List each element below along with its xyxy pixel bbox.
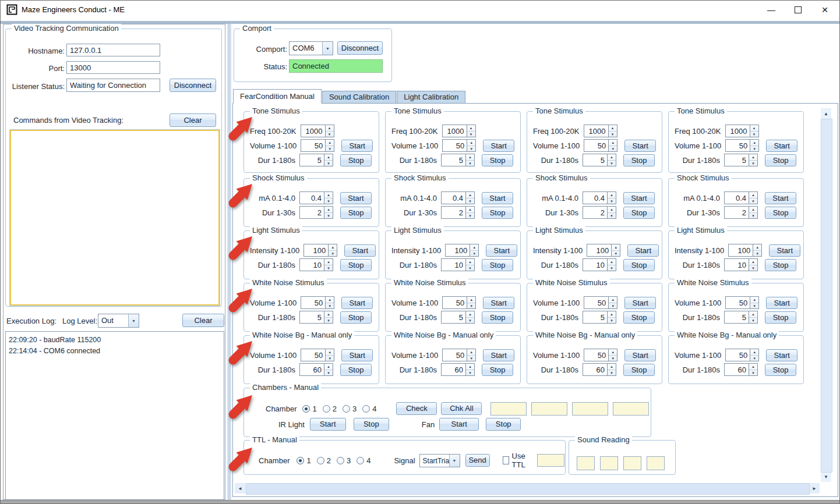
start-button[interactable]: Start	[624, 349, 656, 361]
stop-button[interactable]: Stop	[765, 154, 796, 166]
spin-up-icon[interactable]: ▲	[324, 192, 333, 198]
spin-down-icon[interactable]: ▼	[324, 318, 333, 324]
start-button[interactable]: Start	[341, 140, 373, 152]
ma-0-1-4-0-spinner[interactable]: 0.4▲▼	[441, 191, 475, 204]
stop-button[interactable]: Stop	[340, 311, 372, 324]
ttl-chamber-radio-1[interactable]: 1	[297, 456, 310, 465]
spin-down-icon[interactable]: ▼	[749, 370, 757, 376]
stop-button[interactable]: Stop	[623, 259, 655, 271]
spin-down-icon[interactable]: ▼	[466, 265, 474, 271]
dur-1-180s-spinner[interactable]: 60▲▼	[583, 363, 616, 376]
spin-up-icon[interactable]: ▲	[326, 140, 334, 146]
spin-down-icon[interactable]: ▼	[329, 251, 337, 257]
minimize-button[interactable]: —	[758, 1, 785, 19]
volume-1-100-spinner[interactable]: 50▲▼	[584, 349, 617, 361]
spin-down-icon[interactable]: ▼	[608, 370, 616, 376]
volume-1-100-spinner[interactable]: 50▲▼	[725, 296, 759, 309]
spin-down-icon[interactable]: ▼	[612, 251, 620, 257]
stop-button[interactable]: Stop	[765, 311, 796, 324]
freq-100-20k-spinner[interactable]: 1000▲▼	[442, 125, 476, 137]
freq-100-20k-spinner[interactable]: 1000▲▼	[725, 125, 759, 137]
spin-up-icon[interactable]: ▲	[753, 244, 761, 251]
spin-up-icon[interactable]: ▲	[608, 207, 616, 213]
horizontal-scrollbar-thumb[interactable]	[246, 483, 810, 495]
scroll-down-icon[interactable]: ▼	[821, 471, 831, 482]
spin-up-icon[interactable]: ▲	[466, 364, 474, 370]
spin-up-icon[interactable]: ▲	[749, 364, 757, 370]
listener-disconnect-button[interactable]: Disconnect	[170, 79, 216, 92]
spin-down-icon[interactable]: ▼	[750, 356, 758, 361]
ma-0-1-4-0-spinner[interactable]: 0.4▲▼	[724, 191, 758, 204]
spin-up-icon[interactable]: ▲	[612, 244, 620, 251]
dur-1-180s-spinner[interactable]: 5▲▼	[583, 154, 616, 166]
stop-button[interactable]: Stop	[340, 259, 372, 271]
spin-up-icon[interactable]: ▲	[466, 311, 474, 318]
spin-up-icon[interactable]: ▲	[750, 349, 758, 356]
stop-button[interactable]: Stop	[623, 154, 655, 166]
check-button[interactable]: Check	[396, 402, 437, 415]
volume-1-100-spinner[interactable]: 50▲▼	[442, 139, 476, 152]
volume-1-100-spinner[interactable]: 50▲▼	[442, 349, 476, 361]
start-button[interactable]: Start	[483, 297, 514, 309]
dur-1-180s-spinner[interactable]: 60▲▼	[299, 363, 333, 376]
spin-down-icon[interactable]: ▼	[749, 213, 757, 219]
spin-up-icon[interactable]: ▲	[466, 154, 474, 161]
start-button[interactable]: Start	[769, 244, 800, 257]
spin-up-icon[interactable]: ▲	[467, 349, 475, 356]
spin-up-icon[interactable]: ▲	[467, 140, 475, 146]
stop-button[interactable]: Stop	[482, 311, 513, 324]
spin-down-icon[interactable]: ▼	[467, 356, 475, 361]
volume-1-100-spinner[interactable]: 50▲▼	[442, 296, 476, 309]
dur-1-30s-spinner[interactable]: 2▲▼	[441, 206, 475, 219]
spin-down-icon[interactable]: ▼	[466, 370, 474, 376]
spin-down-icon[interactable]: ▼	[326, 303, 334, 309]
spin-down-icon[interactable]: ▼	[466, 161, 474, 166]
stop-button[interactable]: Stop	[765, 207, 796, 219]
log-clear-button[interactable]: Clear	[182, 314, 224, 327]
dur-1-30s-spinner[interactable]: 2▲▼	[299, 206, 333, 219]
comport-disconnect-button[interactable]: Disconnect	[337, 41, 383, 55]
send-button[interactable]: Send	[465, 454, 490, 467]
spin-down-icon[interactable]: ▼	[467, 132, 475, 137]
stop-button[interactable]: Stop	[482, 259, 513, 271]
intensity-1-100-spinner[interactable]: 100▲▼	[728, 244, 762, 257]
spin-down-icon[interactable]: ▼	[749, 161, 757, 166]
spin-down-icon[interactable]: ▼	[326, 356, 334, 361]
spin-up-icon[interactable]: ▲	[326, 125, 334, 132]
ir-light-stop-button[interactable]: Stop	[354, 418, 389, 431]
spin-down-icon[interactable]: ▼	[609, 132, 617, 137]
spin-down-icon[interactable]: ▼	[466, 318, 474, 324]
spin-down-icon[interactable]: ▼	[467, 303, 475, 309]
start-button[interactable]: Start	[341, 297, 373, 309]
chambers-chamber-radio-1[interactable]: 1	[302, 404, 316, 413]
spin-up-icon[interactable]: ▲	[608, 311, 616, 318]
fan-start-button[interactable]: Start	[439, 418, 479, 431]
spin-up-icon[interactable]: ▲	[608, 154, 616, 161]
ir-light-start-button[interactable]: Start	[310, 418, 346, 431]
volume-1-100-spinner[interactable]: 50▲▼	[301, 139, 334, 152]
scroll-left-icon[interactable]: ◄	[235, 483, 245, 494]
intensity-1-100-spinner[interactable]: 100▲▼	[445, 244, 479, 257]
port-input[interactable]: 13000	[66, 61, 160, 74]
spin-down-icon[interactable]: ▼	[324, 198, 333, 204]
use-ttl-checkbox[interactable]	[503, 456, 509, 464]
stop-button[interactable]: Stop	[623, 311, 655, 324]
dur-1-180s-spinner[interactable]: 60▲▼	[724, 363, 758, 376]
tab-light-calibration[interactable]: Light Calibration	[397, 91, 465, 104]
chevron-down-icon[interactable]: ▼	[128, 314, 139, 327]
stop-button[interactable]: Stop	[623, 364, 655, 376]
spin-down-icon[interactable]: ▼	[324, 265, 333, 271]
spin-up-icon[interactable]: ▲	[326, 349, 334, 356]
dur-1-30s-spinner[interactable]: 2▲▼	[583, 206, 616, 219]
stop-button[interactable]: Stop	[482, 154, 513, 166]
stop-button[interactable]: Stop	[765, 364, 796, 376]
stop-button[interactable]: Stop	[765, 259, 796, 271]
volume-1-100-spinner[interactable]: 50▲▼	[584, 296, 617, 309]
spin-up-icon[interactable]: ▲	[324, 207, 333, 213]
commands-clear-button[interactable]: Clear	[170, 113, 216, 127]
stop-button[interactable]: Stop	[340, 364, 372, 376]
dur-1-180s-spinner[interactable]: 5▲▼	[441, 311, 475, 324]
chambers-chamber-radio-2[interactable]: 2	[323, 404, 337, 413]
spin-down-icon[interactable]: ▼	[749, 198, 757, 204]
start-button[interactable]: Start	[623, 192, 655, 204]
